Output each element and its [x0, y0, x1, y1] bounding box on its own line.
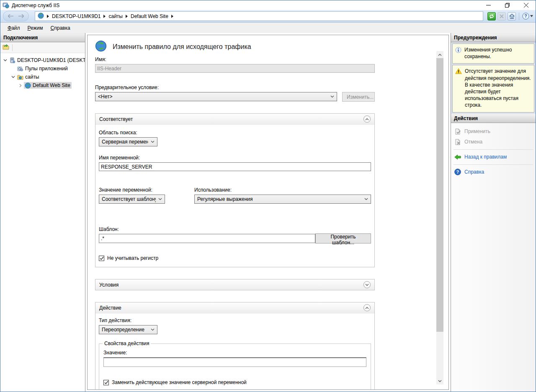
action-group: Действие Тип действия: Переопределение: [95, 302, 375, 390]
apply-action: Применить: [454, 126, 533, 137]
content-area: Изменить правило для исходящего трафика …: [85, 33, 451, 392]
menu-view[interactable]: Режим: [24, 24, 47, 32]
ignore-case-checkbox[interactable]: [99, 256, 104, 261]
toolbar-separator: [12, 44, 13, 51]
variable-value-select[interactable]: Соответствует шаблону: [99, 195, 165, 204]
forward-icon[interactable]: [18, 13, 24, 19]
address-toolbar: ?: [487, 12, 533, 20]
svg-text:?: ?: [524, 14, 527, 18]
alert-text: Отсутствует значение для действия переоп…: [465, 68, 531, 108]
tree-item-label: Пулы приложений: [24, 65, 69, 72]
conditions-group-header[interactable]: Условия: [95, 279, 374, 290]
close-button[interactable]: [517, 0, 536, 10]
menu-bar: Файл Режим Справка: [0, 23, 536, 33]
match-group: Соответствует Область поиска: Серверная …: [95, 113, 375, 267]
warning-icon: [455, 68, 462, 108]
app-icon: [3, 2, 9, 9]
alert-info: Изменения успешно сохранены.: [452, 44, 534, 64]
conditions-group: Условия: [95, 279, 375, 290]
replace-label: Заменить действующее значение серверной …: [112, 379, 247, 385]
menu-help[interactable]: Справка: [47, 24, 74, 32]
chevron-down-icon[interactable]: [10, 76, 16, 78]
test-pattern-button[interactable]: Проверить шаблон...: [315, 233, 371, 243]
variable-name-input[interactable]: [99, 162, 371, 171]
actions-separator: [454, 164, 533, 165]
action-type-select[interactable]: Переопределение: [99, 325, 157, 334]
tree-item-default-web-site[interactable]: Default Web Site: [0, 81, 85, 90]
breadcrumb-arrow-icon: [171, 15, 173, 18]
alerts-header: Предупреждения: [451, 33, 536, 42]
usage-select[interactable]: Регулярные выражения: [194, 195, 371, 204]
expand-icon[interactable]: [363, 281, 371, 288]
minimize-button[interactable]: [479, 0, 498, 10]
menu-file[interactable]: Файл: [4, 24, 24, 32]
help-action[interactable]: ? Справка: [454, 167, 533, 177]
address-bar: DESKTOP-U1MK9D1 сайты Default Web Site ?: [0, 10, 536, 23]
name-label: Имя:: [95, 56, 375, 62]
window-title: Диспетчер служб IIS: [12, 3, 59, 8]
site-globe-icon: [24, 82, 31, 89]
content-scrollbar[interactable]: [436, 51, 443, 384]
scroll-up-icon[interactable]: [436, 51, 443, 58]
back-to-rules-action[interactable]: Назад к правилам: [454, 152, 533, 162]
action-properties-fieldset: Свойства действия Значение: Заменить дей…: [99, 343, 371, 390]
chevron-right-icon[interactable]: [17, 84, 24, 87]
breadcrumb-arrow-icon: [47, 15, 49, 18]
help-menu-icon[interactable]: ?: [522, 13, 533, 20]
breadcrumb[interactable]: DESKTOP-U1MK9D1 сайты Default Web Site: [35, 11, 483, 21]
svg-text:?: ?: [456, 169, 459, 174]
breadcrumb-sites[interactable]: сайты: [108, 13, 123, 19]
ignore-case-label: Не учитывать регистр: [107, 255, 158, 261]
back-icon[interactable]: [8, 13, 13, 19]
tree-item-app-pools[interactable]: Пулы приложений: [0, 64, 85, 73]
breadcrumb-site[interactable]: Default Web Site: [131, 13, 168, 19]
server-icon: [8, 57, 16, 63]
actions-list: Применить Отмена Назад к правилам: [451, 123, 536, 181]
restore-button[interactable]: [498, 0, 517, 10]
scope-select[interactable]: Серверная переменн: [99, 137, 157, 146]
ignore-case-row: Не учитывать регистр: [99, 255, 371, 261]
tree-item-sites[interactable]: сайты: [0, 73, 85, 81]
value-label: Значение:: [103, 350, 366, 356]
chevron-down-icon: [158, 198, 162, 200]
variable-name-label: Имя переменной:: [99, 155, 371, 161]
pattern-label: Шаблон:: [99, 226, 371, 232]
scope-label: Область поиска:: [99, 130, 371, 136]
home-icon[interactable]: [508, 12, 516, 20]
scroll-down-icon[interactable]: [436, 377, 443, 384]
replace-row: Заменить действующее значение серверной …: [103, 379, 366, 385]
right-panel: Предупреждения Изменения успешно сохране…: [451, 33, 536, 392]
precondition-label: Предварительное условие:: [95, 85, 375, 90]
alerts-list: Изменения успешно сохранены. Отсутствует…: [451, 42, 536, 114]
title-bar: Диспетчер служб IIS: [0, 0, 536, 10]
precondition-select[interactable]: <Нет>: [95, 92, 337, 101]
main-area: Подключения DESKTOP-U1MK9D1 (DESKTOP Пул…: [0, 33, 536, 392]
refresh-icon[interactable]: [487, 12, 496, 20]
edit-precondition-button: Изменить...: [342, 92, 375, 102]
value-input[interactable]: [103, 357, 366, 367]
connections-panel: Подключения DESKTOP-U1MK9D1 (DESKTOP Пул…: [0, 33, 85, 392]
collapse-icon[interactable]: [363, 115, 371, 123]
connections-header: Подключения: [0, 33, 85, 42]
name-input: [95, 64, 375, 73]
page-title: Изменить правило для исходящего трафика: [113, 43, 251, 51]
chevron-down-icon[interactable]: [2, 59, 8, 61]
action-group-header[interactable]: Действие: [95, 302, 374, 313]
tree-item-server[interactable]: DESKTOP-U1MK9D1 (DESKTOP: [0, 56, 85, 64]
cancel-action: Отмена: [454, 137, 533, 147]
collapse-icon[interactable]: [363, 304, 371, 311]
pattern-input[interactable]: [99, 234, 315, 243]
chevron-down-icon: [151, 141, 155, 143]
window-controls: [479, 0, 536, 10]
scrollbar-thumb[interactable]: [436, 58, 443, 332]
feature-page: Изменить правило для исходящего трафика …: [87, 35, 449, 390]
alert-text: Изменения успешно сохранены.: [464, 46, 531, 60]
tree-item-label: Default Web Site: [31, 82, 72, 89]
breadcrumb-server[interactable]: DESKTOP-U1MK9D1: [52, 13, 100, 19]
save-connections-icon[interactable]: [3, 44, 10, 51]
actions-header: Действия: [451, 114, 536, 123]
variable-value-label: Значение переменной:: [99, 187, 194, 193]
match-group-header[interactable]: Соответствует: [95, 114, 374, 124]
replace-checkbox[interactable]: [103, 380, 109, 385]
info-icon: [455, 47, 461, 60]
